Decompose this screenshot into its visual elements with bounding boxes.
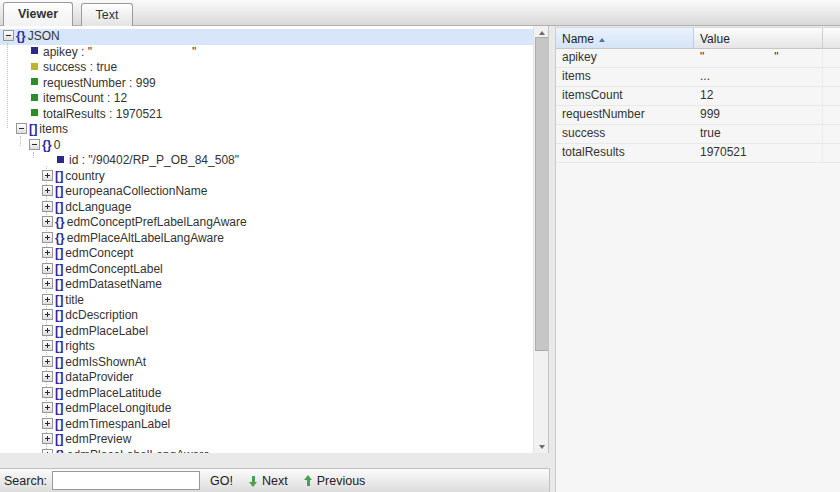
expand-toggle-icon[interactable] xyxy=(42,201,53,212)
next-button[interactable]: Next xyxy=(249,474,288,488)
node-type-icon xyxy=(57,156,64,163)
node-label: europeanaCollectionName xyxy=(65,184,207,198)
node-type-icon xyxy=(55,215,65,231)
scroll-down-button[interactable] xyxy=(534,439,549,453)
grid-row[interactable]: requestNumber 999 xyxy=(556,106,840,125)
tree-node[interactable]: edmPlaceLongitude xyxy=(0,401,533,417)
tree-guide-line xyxy=(7,43,8,128)
grid-row[interactable]: apikey " " xyxy=(556,49,840,68)
node-type-icon xyxy=(55,417,63,433)
node-type-icon xyxy=(55,432,63,448)
node-label: edmPlaceLongitude xyxy=(65,401,171,415)
node-value: "/90402/RP_P_OB_84_508" xyxy=(88,153,239,167)
expand-toggle-icon[interactable] xyxy=(42,371,53,382)
expand-toggle-icon[interactable] xyxy=(42,247,53,258)
node-value: 1970521 xyxy=(116,107,163,121)
expand-toggle-icon[interactable] xyxy=(42,433,53,444)
tree-node[interactable]: apikey : " " xyxy=(0,45,533,61)
node-type-icon xyxy=(55,262,63,278)
tree-node[interactable]: 0 xyxy=(0,138,533,154)
tree-node[interactable]: edmConceptPrefLabelLangAware xyxy=(0,215,533,231)
expand-toggle-icon[interactable] xyxy=(42,278,53,289)
tree-node[interactable]: itemsCount : 12 xyxy=(0,91,533,107)
tree-node[interactable]: dataProvider xyxy=(0,370,533,386)
expand-toggle-icon[interactable] xyxy=(42,294,53,305)
tree-node[interactable]: edmPlaceLatitude xyxy=(0,386,533,402)
expand-toggle-icon[interactable] xyxy=(42,387,53,398)
previous-label: Previous xyxy=(317,474,366,488)
tree-node[interactable]: edmConcept xyxy=(0,246,533,262)
tree-node[interactable]: rights xyxy=(0,339,533,355)
expand-toggle-icon[interactable] xyxy=(42,402,53,413)
tree-node[interactable]: dcLanguage xyxy=(0,200,533,216)
node-label: dcLanguage xyxy=(65,200,131,214)
tree-node[interactable]: success : true xyxy=(0,60,533,76)
grid-cell-name: itemsCount xyxy=(556,87,694,105)
expand-toggle-icon[interactable] xyxy=(3,30,14,41)
expand-toggle-icon[interactable] xyxy=(42,340,53,351)
tree-node[interactable]: id : "/90402/RP_P_OB_84_508" xyxy=(0,153,533,169)
node-label: apikey xyxy=(43,45,78,59)
grid-cell-value: ... xyxy=(694,68,823,86)
expand-toggle-icon[interactable] xyxy=(42,418,53,429)
tree-node[interactable]: dcDescription xyxy=(0,308,533,324)
node-type-icon xyxy=(55,246,63,262)
search-input[interactable] xyxy=(52,471,200,490)
node-label: rights xyxy=(65,339,94,353)
tree-node[interactable]: edmPreview xyxy=(0,432,533,448)
up-arrow-icon xyxy=(304,475,313,487)
column-header-name[interactable]: Name xyxy=(556,28,694,49)
grid-cell-value: 1970521 xyxy=(694,144,823,162)
tree-node[interactable]: JSON xyxy=(0,29,533,45)
down-arrow-icon xyxy=(249,475,258,487)
tree-guide-line xyxy=(33,152,34,158)
node-label: edmConceptPrefLabelLangAware xyxy=(67,215,247,229)
node-label: success xyxy=(43,60,86,74)
grid-row[interactable]: success true xyxy=(556,125,840,144)
expand-toggle-icon[interactable] xyxy=(16,123,27,134)
tree-node[interactable]: title xyxy=(0,293,533,309)
tree-node[interactable]: edmTimespanLabel xyxy=(0,417,533,433)
tree-node[interactable]: edmPlaceAltLabelLangAware xyxy=(0,231,533,247)
expand-toggle-icon[interactable] xyxy=(29,139,40,150)
tree-node[interactable]: country xyxy=(0,169,533,185)
node-type-icon xyxy=(31,78,38,85)
grid-row[interactable]: items ... xyxy=(556,68,840,87)
tab-bar: Viewer Text xyxy=(0,0,840,26)
next-label: Next xyxy=(262,474,288,488)
node-label: edmDatasetName xyxy=(65,277,162,291)
grid-cell-value: 12 xyxy=(694,87,823,105)
expand-toggle-icon[interactable] xyxy=(42,170,53,181)
column-header-value[interactable]: Value xyxy=(694,28,823,49)
expand-toggle-icon[interactable] xyxy=(42,216,53,227)
vertical-scrollbar[interactable] xyxy=(533,26,548,453)
tab-viewer[interactable]: Viewer xyxy=(3,2,73,26)
search-bar: Search: GO! Next Previous xyxy=(0,468,550,492)
node-type-icon xyxy=(31,94,38,101)
go-button[interactable]: GO! xyxy=(210,474,233,488)
tree-node[interactable]: edmIsShownAt xyxy=(0,355,533,371)
expand-toggle-icon[interactable] xyxy=(42,185,53,196)
node-type-icon xyxy=(29,122,37,138)
expand-toggle-icon[interactable] xyxy=(42,325,53,336)
tree-node[interactable]: edmConceptLabel xyxy=(0,262,533,278)
node-separator: : xyxy=(106,107,116,121)
tab-text[interactable]: Text xyxy=(81,3,134,26)
tree-guide-line xyxy=(20,136,21,146)
expand-toggle-icon[interactable] xyxy=(42,356,53,367)
grid-row[interactable]: totalResults 1970521 xyxy=(556,144,840,163)
tree-node[interactable]: edmDatasetName xyxy=(0,277,533,293)
json-tree-panel: JSON apikey : " " success : true request… xyxy=(0,26,549,453)
expand-toggle-icon[interactable] xyxy=(42,263,53,274)
tree-node[interactable]: requestNumber : 999 xyxy=(0,76,533,92)
tree-node[interactable]: totalResults : 1970521 xyxy=(0,107,533,123)
grid-row[interactable]: itemsCount 12 xyxy=(556,87,840,106)
previous-button[interactable]: Previous xyxy=(304,474,366,488)
tree-node[interactable]: edmPlaceLabel xyxy=(0,324,533,340)
node-type-icon xyxy=(31,63,38,70)
expand-toggle-icon[interactable] xyxy=(42,309,53,320)
tree-node[interactable]: europeanaCollectionName xyxy=(0,184,533,200)
vertical-scroll-thumb[interactable] xyxy=(535,37,549,351)
tree-node[interactable]: items xyxy=(0,122,533,138)
expand-toggle-icon[interactable] xyxy=(42,232,53,243)
